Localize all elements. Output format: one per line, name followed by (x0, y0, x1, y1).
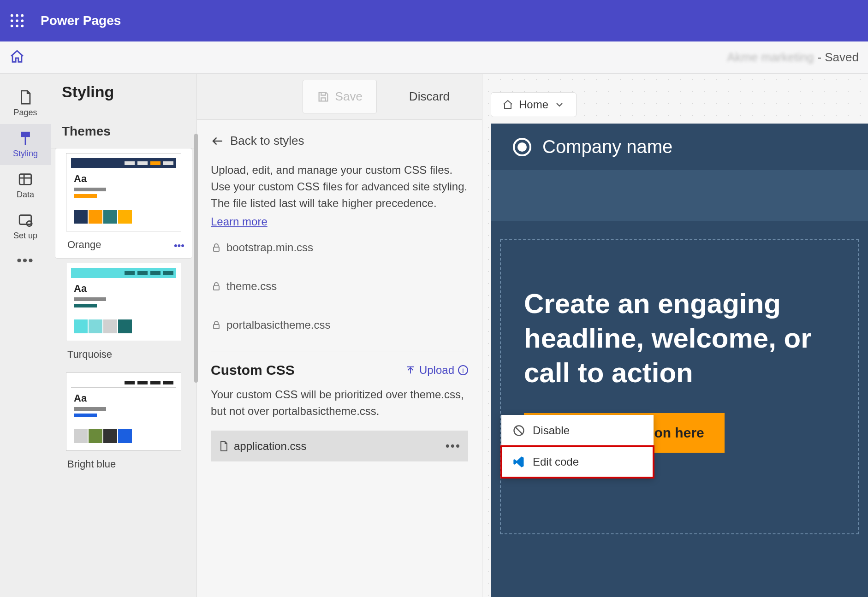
css-file-portalbasic: portalbasictheme.css (211, 306, 468, 344)
panel-actions: Save Discard (197, 74, 482, 120)
sub-header: Akme marketing - Saved (0, 41, 868, 74)
nav-label: Set up (13, 231, 37, 240)
svg-point-7 (16, 25, 18, 28)
breadcrumb-home[interactable]: Home (491, 92, 577, 117)
themes-heading: Themes (51, 110, 196, 148)
preview-headline: Create an engaging headline, welcome, or… (524, 286, 835, 390)
theme-name: Orange (60, 231, 187, 254)
css-file-theme: theme.css (211, 267, 468, 306)
company-logo-icon (513, 138, 531, 156)
ctx-edit-code-label: Edit code (533, 455, 579, 468)
left-nav: Pages Styling Data Set up ••• (0, 74, 51, 597)
css-description: Upload, edit, and manage your custom CSS… (211, 162, 468, 212)
theme-list: Aa Orange ••• Aa (51, 148, 196, 496)
styling-title: Styling (62, 83, 185, 101)
waffle-icon[interactable] (9, 13, 25, 29)
home-icon[interactable] (9, 49, 25, 66)
theme-card-brightblue[interactable]: Aa Bright blue (55, 368, 192, 478)
save-label: Save (335, 89, 363, 104)
styling-column: Styling Themes Aa Orange ••• (51, 74, 196, 597)
svg-rect-14 (214, 325, 219, 329)
nav-pages[interactable]: Pages (0, 83, 51, 124)
breadcrumb-label: Home (519, 98, 548, 111)
upload-icon (405, 365, 416, 375)
lock-icon (211, 319, 222, 331)
svg-point-1 (16, 14, 18, 17)
theme-name: Turquoise (60, 341, 187, 363)
learn-more-link[interactable]: Learn more (211, 215, 268, 228)
svg-point-2 (21, 14, 24, 17)
svg-point-5 (21, 19, 24, 22)
preview-pane: Home Company name Create an engaging hea… (482, 74, 868, 597)
svg-point-3 (11, 19, 13, 22)
ctx-disable-label: Disable (533, 424, 570, 437)
back-label: Back to styles (230, 134, 304, 148)
nav-label: Styling (13, 149, 38, 158)
svg-point-6 (11, 25, 13, 28)
theme-card-turquoise[interactable]: Aa Turquoise (55, 258, 192, 368)
css-file-name: portalbasictheme.css (226, 319, 330, 331)
save-icon (317, 90, 330, 103)
nav-more-icon[interactable]: ••• (17, 253, 34, 268)
preview-page: Company name Create an engaging headline… (491, 124, 868, 597)
save-button[interactable]: Save (303, 80, 377, 113)
scrollbar[interactable] (194, 134, 198, 383)
upload-label: Upload (419, 364, 454, 377)
ctx-edit-code[interactable]: Edit code (501, 446, 654, 478)
chevron-down-icon (554, 99, 565, 110)
preview-nav-bar (491, 170, 868, 221)
site-name: Akme marketing (727, 50, 814, 65)
theme-name: Bright blue (60, 451, 187, 473)
custom-css-description: Your custom CSS will be prioritized over… (211, 386, 468, 420)
lock-icon (211, 242, 222, 253)
preview-hero-section[interactable]: Create an engaging headline, welcome, or… (500, 239, 859, 534)
discard-label: Discard (409, 89, 450, 104)
info-icon[interactable]: i (458, 365, 468, 375)
file-icon (218, 441, 229, 452)
nav-setup[interactable]: Set up (0, 206, 51, 247)
app-header: Power Pages (0, 0, 868, 41)
company-name: Company name (542, 136, 672, 157)
theme-more-icon[interactable]: ••• (174, 240, 184, 252)
custom-css-file-row[interactable]: application.css ••• (211, 431, 468, 461)
svg-point-4 (16, 19, 18, 22)
arrow-left-icon (211, 134, 225, 148)
home-icon (502, 99, 513, 110)
preview-company-header: Company name (491, 124, 868, 170)
app-title: Power Pages (41, 13, 121, 28)
nav-label: Data (17, 190, 34, 199)
css-file-bootstrap: bootstrap.min.css (211, 228, 468, 267)
nav-styling[interactable]: Styling (0, 124, 51, 165)
lock-icon (211, 281, 222, 292)
nav-label: Pages (13, 108, 37, 117)
custom-file-name: application.css (234, 440, 306, 453)
svg-rect-10 (19, 215, 31, 225)
discard-button[interactable]: Discard (395, 80, 464, 113)
vscode-icon (512, 455, 525, 468)
svg-point-0 (11, 14, 13, 17)
css-file-name: bootstrap.min.css (226, 241, 313, 254)
theme-card-orange[interactable]: Aa Orange ••• (55, 148, 192, 258)
save-status: - Saved (817, 50, 859, 65)
css-panel: Save Discard Back to styles Upload, edit… (196, 74, 482, 597)
context-menu: Disable Edit code (501, 415, 654, 478)
svg-rect-13 (214, 286, 219, 290)
svg-rect-12 (214, 247, 219, 251)
nav-data[interactable]: Data (0, 165, 51, 206)
custom-css-heading: Custom CSS (211, 362, 295, 378)
svg-point-8 (21, 25, 24, 28)
disable-icon (512, 424, 525, 437)
svg-rect-9 (19, 174, 31, 185)
css-file-name: theme.css (226, 280, 277, 293)
more-icon[interactable]: ••• (446, 439, 461, 453)
back-to-styles-link[interactable]: Back to styles (211, 134, 468, 148)
ctx-disable[interactable]: Disable (501, 415, 654, 446)
upload-button[interactable]: Upload i (405, 364, 468, 377)
